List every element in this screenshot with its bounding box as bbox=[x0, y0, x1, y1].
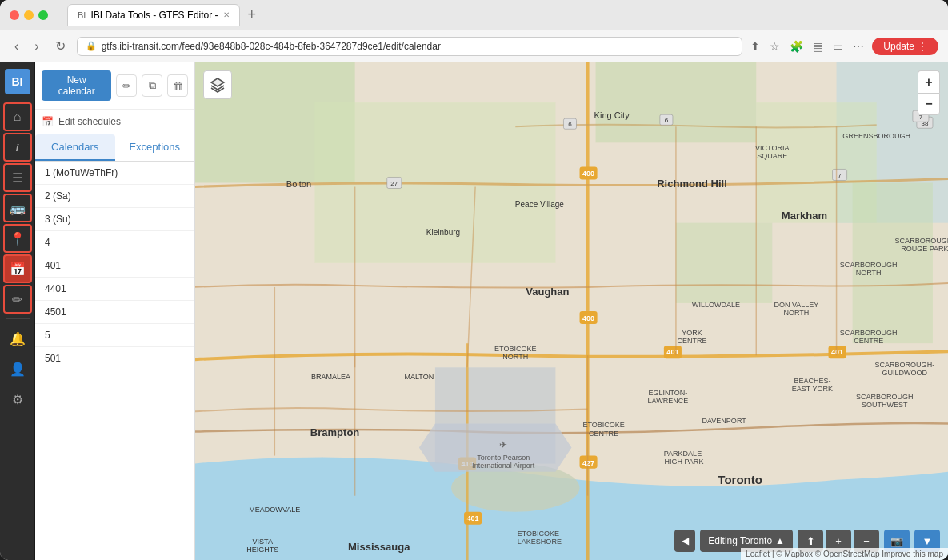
sidebar-item-edit[interactable]: ✏ bbox=[3, 285, 32, 314]
new-calendar-button[interactable]: New calendar bbox=[42, 70, 111, 101]
svg-text:Peace Village: Peace Village bbox=[515, 200, 564, 209]
titlebar: BI IBI Data Tools - GTFS Editor - ✕ + bbox=[0, 0, 948, 30]
svg-text:ETOBICOKE-: ETOBICOKE- bbox=[518, 530, 562, 538]
layers-button[interactable] bbox=[203, 70, 232, 99]
list-item[interactable]: 3 (Su) bbox=[35, 208, 194, 231]
svg-text:YORK: YORK bbox=[682, 329, 702, 337]
svg-text:SCARBOROUGH: SCARBOROUGH bbox=[856, 393, 914, 401]
svg-text:401: 401 bbox=[666, 348, 678, 356]
sidebar-item-home[interactable]: ⌂ bbox=[3, 102, 32, 131]
svg-text:International Airport: International Airport bbox=[472, 462, 535, 470]
delete-button[interactable]: 🗑 bbox=[167, 74, 188, 97]
sidebar-item-list[interactable]: ☰ bbox=[3, 163, 32, 192]
editing-label: Editing Toronto bbox=[708, 535, 772, 546]
svg-text:SQUARE: SQUARE bbox=[757, 152, 787, 160]
svg-text:SCARBOROUGH: SCARBOROUGH bbox=[840, 261, 898, 269]
copy-button[interactable]: ⧉ bbox=[142, 74, 162, 97]
pencil-icon: ✏ bbox=[12, 292, 22, 307]
panel: New calendar ✏ ⧉ 🗑 📅 Edit schedules Cale… bbox=[35, 62, 195, 560]
extensions-icon[interactable]: 🧩 bbox=[788, 38, 805, 54]
list-item[interactable]: 4 bbox=[35, 231, 194, 254]
user-icon: 👤 bbox=[10, 362, 26, 377]
sidebar-item-bus[interactable]: 🚌 bbox=[3, 194, 32, 222]
sidebar-item-user[interactable]: 👤 bbox=[3, 354, 32, 383]
list-item[interactable]: 5 bbox=[35, 324, 194, 347]
tab-favicon: BI bbox=[78, 10, 86, 20]
sidebar-item-bell[interactable]: 🔔 bbox=[3, 324, 32, 353]
svg-text:✈: ✈ bbox=[499, 439, 507, 450]
back-button[interactable]: ‹ bbox=[10, 38, 23, 55]
svg-text:CENTRE: CENTRE bbox=[854, 337, 883, 345]
new-tab-button[interactable]: + bbox=[243, 6, 262, 23]
sidebar-toggle-icon[interactable]: ▤ bbox=[811, 38, 825, 54]
tab-close-icon[interactable]: ✕ bbox=[223, 10, 230, 19]
zoom-out-button[interactable]: − bbox=[918, 93, 940, 115]
close-button[interactable] bbox=[10, 10, 19, 20]
list-item[interactable]: 2 (Sa) bbox=[35, 185, 194, 208]
edit-button[interactable]: ✏ bbox=[116, 74, 137, 97]
sidebar-item-stop[interactable]: 📍 bbox=[3, 224, 32, 253]
sidebar-item-settings[interactable]: ⚙ bbox=[3, 385, 32, 414]
svg-text:6: 6 bbox=[665, 117, 669, 124]
tab-exceptions[interactable]: Exceptions bbox=[115, 134, 195, 161]
settings-icon: ⚙ bbox=[12, 392, 23, 407]
nav-logo[interactable]: BI bbox=[5, 69, 30, 94]
list-item[interactable]: 501 bbox=[35, 347, 194, 370]
svg-text:HIGH PARK: HIGH PARK bbox=[664, 458, 703, 466]
bookmark-icon[interactable]: ☆ bbox=[768, 38, 782, 54]
list-item[interactable]: 4501 bbox=[35, 301, 194, 324]
svg-text:SOUTHWEST: SOUTHWEST bbox=[862, 401, 908, 409]
panel-header: New calendar ✏ ⧉ 🗑 bbox=[35, 62, 194, 110]
map-area[interactable]: 400 400 427 401 401 401 410 bbox=[195, 62, 948, 560]
copy-icon: ⧉ bbox=[149, 79, 156, 92]
calendar-icon: 📅 bbox=[10, 262, 26, 277]
refresh-button[interactable]: ↻ bbox=[50, 37, 70, 55]
traffic-lights bbox=[10, 10, 48, 20]
svg-text:LAKESHORE: LAKESHORE bbox=[518, 538, 562, 546]
update-label: Update bbox=[883, 41, 914, 52]
sidebar-item-info[interactable]: i bbox=[3, 133, 32, 162]
minimize-button[interactable] bbox=[24, 10, 34, 20]
svg-text:HEIGHTS: HEIGHTS bbox=[246, 546, 278, 554]
zoom-in-button[interactable]: + bbox=[918, 70, 940, 93]
panel-tabs: Calendars Exceptions bbox=[35, 134, 194, 162]
edit-schedules-row[interactable]: 📅 Edit schedules bbox=[35, 110, 194, 134]
attribution-text: Leaflet | © Mapbox © OpenStreetMap Impro… bbox=[746, 550, 943, 558]
lock-icon: 🔒 bbox=[86, 41, 97, 51]
svg-text:LAWRENCE: LAWRENCE bbox=[648, 397, 689, 405]
forward-button[interactable]: › bbox=[30, 38, 43, 55]
tab-title: IBI Data Tools - GTFS Editor - bbox=[90, 10, 218, 21]
svg-text:BRAMALEA: BRAMALEA bbox=[311, 373, 350, 381]
svg-text:7: 7 bbox=[838, 172, 842, 179]
nav-divider bbox=[6, 318, 30, 319]
svg-text:Markham: Markham bbox=[782, 210, 827, 222]
svg-text:CENTRE: CENTRE bbox=[589, 430, 618, 438]
svg-text:NORTH: NORTH bbox=[502, 353, 528, 361]
update-button[interactable]: Update ⋮ bbox=[872, 38, 938, 55]
svg-text:Toronto Pearson: Toronto Pearson bbox=[477, 454, 530, 462]
svg-text:400: 400 bbox=[582, 314, 594, 322]
main-content: BI ⌂ i ☰ 🚌 📍 📅 ✏ bbox=[0, 62, 948, 560]
svg-text:ETOBICOKE: ETOBICOKE bbox=[582, 421, 624, 429]
sidebar-item-calendar[interactable]: 📅 bbox=[3, 254, 32, 283]
menu-icon[interactable]: ⋯ bbox=[851, 38, 866, 54]
reading-mode-icon[interactable]: ▭ bbox=[831, 38, 845, 54]
edit-schedules-label: Edit schedules bbox=[58, 116, 121, 127]
url-text: gtfs.ibi-transit.com/feed/93e848b8-028c-… bbox=[102, 41, 441, 52]
browser-tab[interactable]: BI IBI Data Tools - GTFS Editor - ✕ bbox=[67, 4, 240, 26]
prev-arrow-button[interactable]: ◀ bbox=[674, 530, 695, 552]
tab-calendars[interactable]: Calendars bbox=[35, 134, 115, 161]
svg-text:Bolton: Bolton bbox=[286, 179, 311, 189]
svg-text:GUILDWOOD: GUILDWOOD bbox=[882, 369, 928, 377]
svg-text:400: 400 bbox=[582, 170, 594, 178]
dropdown-arrow-icon: ▲ bbox=[775, 535, 785, 546]
list-item[interactable]: 401 bbox=[35, 254, 194, 278]
tab-bar: BI IBI Data Tools - GTFS Editor - ✕ + bbox=[67, 4, 868, 26]
url-bar[interactable]: 🔒 gtfs.ibi-transit.com/feed/93e848b8-028… bbox=[77, 37, 743, 56]
maximize-button[interactable] bbox=[38, 10, 48, 20]
share-icon[interactable]: ⬆ bbox=[749, 38, 762, 54]
list-item[interactable]: 4401 bbox=[35, 278, 194, 301]
list-item[interactable]: 1 (MoTuWeThFr) bbox=[35, 162, 194, 185]
svg-text:WILLOWDALE: WILLOWDALE bbox=[692, 301, 740, 309]
map-controls: + − bbox=[918, 70, 940, 115]
